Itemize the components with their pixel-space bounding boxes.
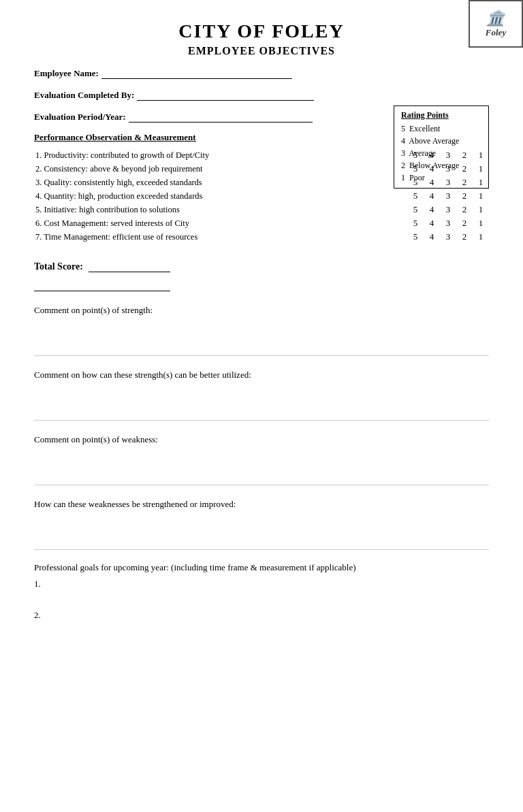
perf-item-desc: 4. Quantity: high, production exceeded s… [34, 189, 407, 203]
rating-item-3: 3 Average [401, 147, 481, 159]
perf-score[interactable]: 5 [407, 230, 424, 244]
perf-score[interactable]: 1 [473, 203, 489, 216]
perf-score[interactable]: 5 [407, 189, 424, 203]
rating-item-5: 5 Excellent [401, 123, 481, 135]
comment-section-strength-utilized: Comment on how can these strength(s) can… [34, 370, 489, 421]
perf-item-desc: 7. Time Management: efficient use of res… [34, 230, 407, 244]
comment-area-weakness[interactable] [34, 448, 489, 485]
perf-score[interactable]: 2 [456, 230, 473, 244]
evaluation-period-label: Evaluation Period/Year: [34, 112, 126, 123]
goals-container: 1.2. [34, 579, 489, 621]
perf-score[interactable]: 3 [440, 230, 456, 244]
comment-label-weakness-improve: How can these weaknesses be strengthened… [34, 499, 489, 510]
perf-score[interactable]: 4 [424, 189, 440, 203]
rating-item-4: 4 Above Average [401, 135, 481, 147]
total-score-label: Total Score: [34, 261, 83, 272]
goal-item: 1. [34, 579, 489, 589]
perf-item-desc: 3. Quality: consistently high, exceeded … [34, 176, 407, 189]
perf-score[interactable]: 4 [424, 216, 440, 230]
goals-section: Professional goals for upcoming year: (i… [34, 562, 489, 621]
perf-item-desc: 5. Initiative: high contribution to solu… [34, 203, 407, 216]
rating-box-title: Rating Points [401, 110, 481, 120]
rating-box: Rating Points 5 Excellent 4 Above Averag… [394, 105, 489, 189]
perf-score[interactable]: 3 [440, 203, 456, 216]
rating-item-1: 1 Poor [401, 172, 481, 184]
total-score-input[interactable] [89, 260, 170, 272]
perf-score[interactable]: 3 [440, 216, 456, 230]
evaluation-period-input[interactable] [129, 110, 313, 123]
rating-item-2: 2 Below Average [401, 159, 481, 172]
page-header: CITY OF FOLEY EMPLOYEE OBJECTIVES [34, 20, 489, 57]
city-title: CITY OF FOLEY [34, 20, 489, 42]
comment-section-weakness-improve: How can these weaknesses be strengthened… [34, 499, 489, 550]
total-score-row: Total Score: [34, 260, 489, 272]
evaluation-completed-label: Evaluation Completed By: [34, 90, 134, 101]
signature-line[interactable] [34, 279, 170, 291]
comment-section-strength: Comment on point(s) of strength: [34, 305, 489, 356]
perf-item-desc: 1. Productivity: contributed to growth o… [34, 148, 407, 162]
goal-item: 2. [34, 610, 489, 621]
perf-score[interactable]: 2 [456, 203, 473, 216]
goals-label: Professional goals for upcoming year: (i… [34, 562, 489, 573]
comment-area-strength-utilized[interactable] [34, 383, 489, 421]
page-subtitle: EMPLOYEE OBJECTIVES [34, 45, 489, 57]
table-row: 4. Quantity: high, production exceeded s… [34, 189, 489, 203]
perf-score[interactable]: 1 [473, 189, 489, 203]
comments-container: Comment on point(s) of strength:Comment … [34, 305, 489, 550]
perf-score[interactable]: 1 [473, 230, 489, 244]
perf-score[interactable]: 4 [424, 230, 440, 244]
perf-score[interactable]: 4 [424, 203, 440, 216]
evaluation-completed-row: Evaluation Completed By: [34, 88, 489, 101]
comment-section-weakness: Comment on point(s) of weakness: [34, 434, 489, 485]
comment-label-weakness: Comment on point(s) of weakness: [34, 434, 489, 445]
comment-label-strength: Comment on point(s) of strength: [34, 305, 489, 316]
perf-item-desc: 6. Cost Management: served interests of … [34, 216, 407, 230]
evaluation-completed-input[interactable] [137, 88, 314, 101]
perf-score[interactable]: 1 [473, 216, 489, 230]
comment-label-strength-utilized: Comment on how can these strength(s) can… [34, 370, 489, 380]
perf-score[interactable]: 5 [407, 203, 424, 216]
table-row: 5. Initiative: high contribution to solu… [34, 203, 489, 216]
employee-name-row: Employee Name: [34, 67, 489, 79]
perf-score[interactable]: 3 [440, 189, 456, 203]
employee-name-input[interactable] [101, 67, 292, 79]
perf-score[interactable]: 2 [456, 216, 473, 230]
table-row: 6. Cost Management: served interests of … [34, 216, 489, 230]
employee-name-label: Employee Name: [34, 68, 99, 79]
table-row: 7. Time Management: efficient use of res… [34, 230, 489, 244]
comment-area-strength[interactable] [34, 319, 489, 356]
perf-score[interactable]: 2 [456, 189, 473, 203]
comment-area-weakness-improve[interactable] [34, 513, 489, 550]
perf-score[interactable]: 5 [407, 216, 424, 230]
perf-item-desc: 2. Consistency: above & beyond job requi… [34, 162, 407, 176]
